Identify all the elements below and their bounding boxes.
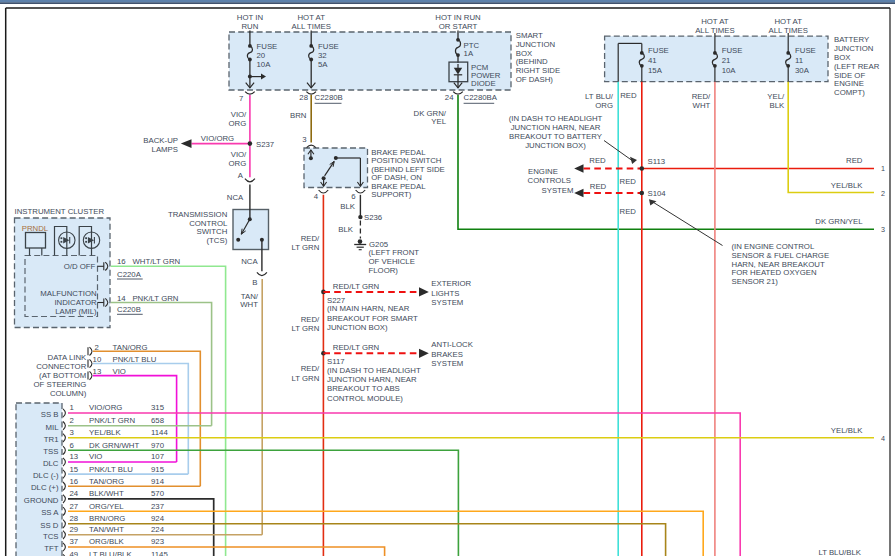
svg-text:41: 41 bbox=[648, 56, 657, 65]
svg-text:BLK: BLK bbox=[338, 225, 354, 234]
svg-text:15: 15 bbox=[70, 465, 79, 474]
svg-text:1A: 1A bbox=[464, 49, 474, 58]
svg-text:OF DASH): OF DASH) bbox=[516, 75, 554, 84]
svg-text:49: 49 bbox=[70, 550, 79, 556]
svg-text:BLK: BLK bbox=[340, 202, 356, 211]
svg-text:SS B: SS B bbox=[41, 410, 59, 419]
svg-text:37: 37 bbox=[70, 537, 79, 546]
svg-text:BREAKOUT TO BATTERY: BREAKOUT TO BATTERY bbox=[509, 132, 603, 141]
svg-text:1145: 1145 bbox=[151, 550, 168, 556]
svg-text:315: 315 bbox=[151, 403, 165, 412]
svg-text:JUNCTION: JUNCTION bbox=[516, 40, 555, 49]
svg-text:CONTROL: CONTROL bbox=[189, 219, 228, 228]
svg-text:2: 2 bbox=[95, 343, 99, 352]
svg-text:923: 923 bbox=[151, 537, 164, 546]
svg-text:TAN/WHT: TAN/WHT bbox=[89, 525, 124, 534]
svg-text:LT BLU/BLK: LT BLU/BLK bbox=[818, 548, 861, 556]
svg-text:16: 16 bbox=[70, 477, 79, 486]
svg-text:DLC: DLC bbox=[43, 459, 59, 468]
svg-text:LAMP (MIL): LAMP (MIL) bbox=[55, 307, 97, 316]
svg-text:SMART: SMART bbox=[516, 31, 543, 40]
svg-text:INSTRUMENT CLUSTER: INSTRUMENT CLUSTER bbox=[15, 207, 105, 216]
svg-text:915: 915 bbox=[151, 465, 165, 474]
svg-text:BOX: BOX bbox=[834, 53, 851, 62]
svg-text:SIDE OF: SIDE OF bbox=[834, 71, 865, 80]
svg-text:FUSE: FUSE bbox=[722, 46, 743, 55]
svg-text:B: B bbox=[252, 278, 257, 287]
svg-text:15A: 15A bbox=[648, 66, 663, 75]
svg-text:570: 570 bbox=[151, 489, 165, 498]
svg-text:YEL/: YEL/ bbox=[767, 92, 785, 101]
svg-text:RED/LT GRN: RED/LT GRN bbox=[333, 343, 380, 352]
svg-text:SYSTEM: SYSTEM bbox=[542, 186, 574, 195]
svg-text:JUNCTION: JUNCTION bbox=[834, 44, 873, 53]
svg-text:RED: RED bbox=[846, 156, 863, 165]
svg-text:INDICATOR: INDICATOR bbox=[54, 298, 97, 307]
svg-text:FUSE: FUSE bbox=[795, 46, 816, 55]
svg-text:1: 1 bbox=[881, 164, 885, 173]
svg-text:LT BLU/BLK: LT BLU/BLK bbox=[89, 550, 132, 556]
svg-text:LT GRN: LT GRN bbox=[291, 324, 319, 333]
svg-text:TAN/ORG: TAN/ORG bbox=[89, 477, 124, 486]
svg-text:G205: G205 bbox=[369, 240, 389, 249]
svg-text:FUSE: FUSE bbox=[318, 42, 339, 51]
svg-text:S104: S104 bbox=[648, 189, 667, 198]
svg-text:TR1: TR1 bbox=[44, 435, 59, 444]
svg-text:DLC (+): DLC (+) bbox=[31, 483, 59, 492]
svg-text:C2280BA: C2280BA bbox=[464, 93, 498, 102]
svg-text:ENGINE: ENGINE bbox=[528, 167, 558, 176]
svg-text:CONNECTOR: CONNECTOR bbox=[36, 362, 86, 371]
svg-text:21: 21 bbox=[722, 56, 731, 65]
svg-text:HOT IN: HOT IN bbox=[237, 13, 263, 22]
svg-text:ORG/BLK: ORG/BLK bbox=[89, 537, 124, 546]
svg-text:TSS: TSS bbox=[43, 447, 58, 456]
svg-text:28: 28 bbox=[299, 93, 308, 102]
svg-text:914: 914 bbox=[151, 477, 165, 486]
svg-text:13: 13 bbox=[70, 452, 79, 461]
svg-text:3: 3 bbox=[70, 428, 74, 437]
svg-text:WHT/LT GRN: WHT/LT GRN bbox=[132, 257, 180, 266]
svg-text:VIO/ORG: VIO/ORG bbox=[89, 403, 122, 412]
svg-text:LIGHTS: LIGHTS bbox=[431, 289, 459, 298]
svg-text:YEL/BLK: YEL/BLK bbox=[831, 426, 863, 435]
svg-text:237: 237 bbox=[151, 502, 164, 511]
svg-text:14: 14 bbox=[117, 294, 126, 303]
svg-text:C220B: C220B bbox=[117, 305, 141, 314]
svg-text:OF VEHICLE: OF VEHICLE bbox=[369, 257, 415, 266]
svg-text:BRN/ORG: BRN/ORG bbox=[89, 514, 125, 523]
svg-text:3: 3 bbox=[881, 225, 885, 234]
svg-text:C2280B: C2280B bbox=[315, 93, 343, 102]
svg-text:(IN DASH TO HEADLIGHT: (IN DASH TO HEADLIGHT bbox=[327, 366, 421, 375]
svg-text:10: 10 bbox=[93, 355, 102, 364]
svg-text:LAMPS: LAMPS bbox=[152, 145, 178, 154]
svg-text:O/D OFF: O/D OFF bbox=[64, 262, 96, 271]
svg-text:CONTROL MODULE): CONTROL MODULE) bbox=[327, 394, 403, 403]
svg-text:MALFUNCTION: MALFUNCTION bbox=[40, 289, 96, 298]
svg-text:RED/: RED/ bbox=[301, 315, 320, 324]
svg-text:NCA: NCA bbox=[241, 257, 258, 266]
svg-text:RED/: RED/ bbox=[301, 364, 320, 373]
svg-text:ALL TIMES: ALL TIMES bbox=[695, 26, 734, 35]
svg-text:SYSTEM: SYSTEM bbox=[431, 359, 463, 368]
svg-text:ORG: ORG bbox=[595, 101, 613, 110]
svg-text:TAN/ORG: TAN/ORG bbox=[113, 343, 148, 352]
svg-text:BATTERY: BATTERY bbox=[834, 35, 870, 44]
svg-text:DATA LINK: DATA LINK bbox=[48, 353, 88, 362]
svg-text:TFT: TFT bbox=[44, 544, 59, 553]
svg-text:VIO: VIO bbox=[89, 452, 102, 461]
svg-text:(IN MAIN HARN, NEAR: (IN MAIN HARN, NEAR bbox=[327, 304, 410, 313]
svg-text:GROUND: GROUND bbox=[24, 496, 59, 505]
svg-text:OF STEERING: OF STEERING bbox=[33, 380, 86, 389]
svg-text:BRAKES: BRAKES bbox=[431, 350, 463, 359]
svg-text:4: 4 bbox=[881, 434, 885, 443]
svg-text:13: 13 bbox=[93, 367, 102, 376]
svg-text:BREAKOUT FOR SMART: BREAKOUT FOR SMART bbox=[327, 314, 418, 323]
svg-text:28: 28 bbox=[70, 514, 79, 523]
svg-text:(AT BOTTOM: (AT BOTTOM bbox=[39, 371, 86, 380]
svg-text:DIODE: DIODE bbox=[471, 79, 496, 88]
svg-text:DK GRN/WHT: DK GRN/WHT bbox=[89, 441, 139, 450]
svg-text:970: 970 bbox=[151, 441, 165, 450]
svg-text:PNK/LT BLU: PNK/LT BLU bbox=[89, 465, 133, 474]
svg-text:RED: RED bbox=[620, 91, 637, 100]
svg-text:ALL TIMES: ALL TIMES bbox=[768, 26, 807, 35]
